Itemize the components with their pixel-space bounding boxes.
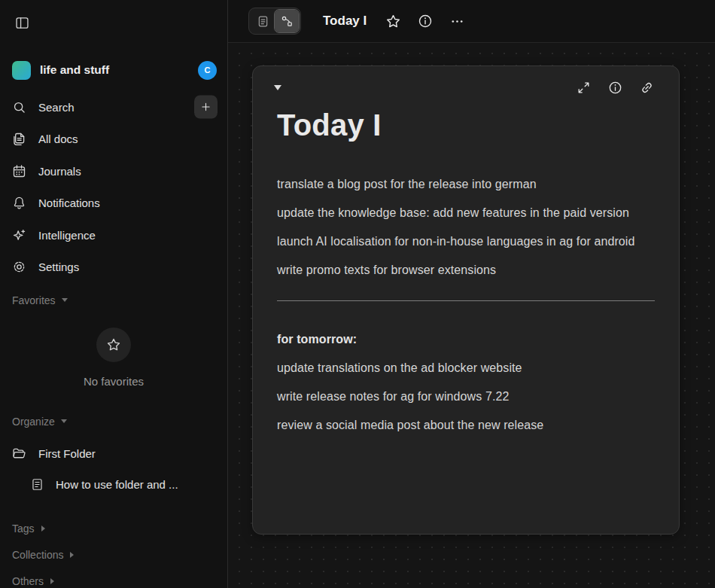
note-paragraph[interactable]: launch AI localisation for non-in-house … <box>277 231 655 251</box>
expand-note-button[interactable] <box>575 79 592 96</box>
sidebar-item-label: Intelligence <box>38 229 96 242</box>
collapse-note-button[interactable] <box>271 82 284 93</box>
favorite-button[interactable] <box>384 12 402 30</box>
note-card[interactable]: Today I translate a blog post for the re… <box>252 66 680 535</box>
sidebar-item-label: All docs <box>38 133 78 145</box>
sidebar-item-label: Journals <box>38 165 81 178</box>
note-paragraph[interactable]: update the knowledge base: add new featu… <box>277 203 655 223</box>
sidebar-item-settings[interactable]: Settings <box>0 251 227 284</box>
favorites-empty-badge <box>96 328 131 362</box>
note-title[interactable]: Today I <box>277 107 655 143</box>
favorites-empty-text: No favorites <box>0 375 227 388</box>
sidebar-item-journals[interactable]: Journals <box>0 155 227 187</box>
sidebar-item-search[interactable]: Search <box>0 91 227 123</box>
journals-icon <box>11 163 27 179</box>
tags-section-header[interactable]: Tags <box>0 515 227 541</box>
note-subheading[interactable]: for tomorrow: <box>277 329 655 349</box>
doc-label: How to use folder and ... <box>56 478 178 491</box>
note-card-header <box>277 79 655 96</box>
chevron-down-icon <box>61 419 67 423</box>
sidebar: life and stuff C Search <box>0 0 228 588</box>
expand-icon <box>576 80 592 96</box>
link-icon <box>639 80 655 96</box>
sidebar-item-doc[interactable]: How to use folder and ... <box>0 469 227 500</box>
mode-toggle <box>248 8 301 35</box>
favorites-section-label: Favorites <box>12 294 56 306</box>
page-mode-button[interactable] <box>251 10 275 32</box>
info-icon <box>417 13 434 29</box>
more-menu-button[interactable] <box>448 12 466 30</box>
topbar: Today I <box>228 0 715 43</box>
note-paragraph[interactable]: translate a blog post for the release in… <box>277 174 655 194</box>
favorites-section-header[interactable]: Favorites <box>0 292 227 308</box>
chevron-right-icon <box>41 526 45 532</box>
sidebar-toggle-button[interactable] <box>11 13 32 32</box>
new-doc-button[interactable] <box>194 96 218 119</box>
sidebar-item-label: Notifications <box>38 197 100 209</box>
note-paragraph[interactable]: write release notes for ag for windows 7… <box>277 386 655 407</box>
bell-icon <box>11 195 27 211</box>
sparkle-icon <box>11 227 27 243</box>
doc-icon <box>30 477 44 492</box>
note-body[interactable]: translate a blog post for the release in… <box>277 174 655 435</box>
note-paragraph[interactable]: write promo texts for browser extensions <box>277 260 655 280</box>
more-icon <box>449 14 465 29</box>
organize-tree: First Folder How to use folder and ... <box>0 438 227 500</box>
favorites-empty-state: No favorites <box>0 328 227 388</box>
sidebar-toggle-icon <box>14 15 31 31</box>
workspace-icon <box>12 61 31 80</box>
edgeless-mode-icon <box>280 14 294 29</box>
note-info-button[interactable] <box>607 79 623 96</box>
account-avatar[interactable]: C <box>198 61 217 80</box>
sidebar-item-intelligence[interactable]: Intelligence <box>0 219 227 251</box>
chevron-right-icon <box>70 552 74 558</box>
folder-label: First Folder <box>38 447 96 460</box>
all-docs-icon <box>11 131 27 147</box>
main-area: Today I <box>228 0 715 588</box>
search-icon <box>11 99 27 115</box>
sidebar-item-notifications[interactable]: Notifications <box>0 187 227 220</box>
triangle-down-icon <box>274 85 281 90</box>
plus-icon <box>199 101 212 114</box>
sidebar-nav: Search <box>0 91 227 283</box>
page-mode-icon <box>256 14 270 29</box>
copy-link-button[interactable] <box>638 79 655 96</box>
edgeless-canvas[interactable]: Today I translate a blog post for the re… <box>228 43 715 588</box>
divider <box>277 300 655 301</box>
sidebar-item-all-docs[interactable]: All docs <box>0 123 227 156</box>
workspace-name: life and stuff <box>40 63 198 77</box>
sidebar-item-first-folder[interactable]: First Folder <box>0 438 227 469</box>
sidebar-item-label: Settings <box>38 260 79 273</box>
app-window: life and stuff C Search <box>0 0 715 588</box>
doc-info-button[interactable] <box>416 12 434 30</box>
collections-section-header[interactable]: Collections <box>0 541 227 568</box>
favorite-star-icon <box>385 13 402 30</box>
tags-section-label: Tags <box>12 522 35 535</box>
edgeless-mode-button[interactable] <box>275 10 299 32</box>
doc-title: Today I <box>323 14 367 29</box>
note-paragraph[interactable]: update translations on the ad blocker we… <box>277 358 655 378</box>
organize-section-label: Organize <box>12 416 55 428</box>
chevron-down-icon <box>62 298 68 302</box>
others-section-label: Others <box>12 575 44 587</box>
chevron-right-icon <box>50 578 54 584</box>
collections-section-label: Collections <box>12 549 63 561</box>
organize-section-header[interactable]: Organize <box>0 413 227 429</box>
workspace-selector[interactable]: life and stuff C <box>12 59 217 81</box>
others-section-header[interactable]: Others <box>0 568 227 588</box>
info-icon <box>607 80 623 96</box>
sidebar-item-label: Search <box>38 101 75 114</box>
folder-icon <box>11 446 27 462</box>
gear-icon <box>11 259 27 275</box>
note-paragraph[interactable]: review a social media post about the new… <box>277 415 655 435</box>
star-icon <box>105 337 122 353</box>
